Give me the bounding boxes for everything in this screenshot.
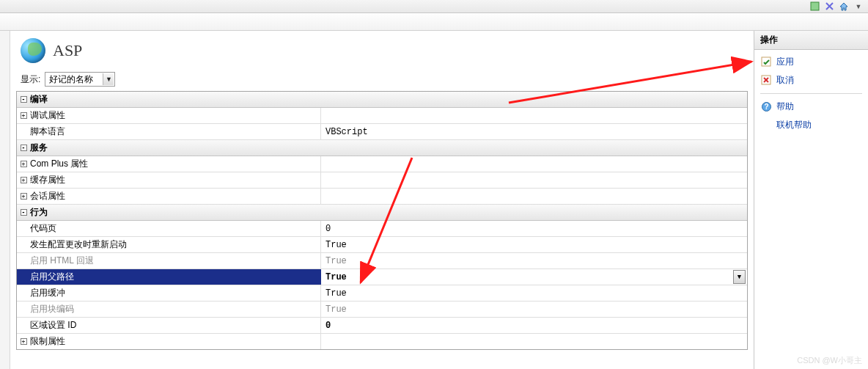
display-select[interactable]: 好记的名称 ▼ bbox=[45, 72, 115, 87]
row-cache[interactable]: + 缓存属性 bbox=[17, 172, 747, 189]
svg-text:?: ? bbox=[764, 103, 768, 111]
page-title: ASP bbox=[53, 41, 82, 60]
expand-icon[interactable]: + bbox=[21, 338, 27, 345]
collapse-icon[interactable]: - bbox=[21, 145, 27, 151]
action-online-help[interactable]: 联机帮助 bbox=[760, 117, 862, 131]
collapse-icon[interactable]: - bbox=[21, 96, 27, 103]
property-grid: - 编译 + 调试属性 脚本语言 VBScript - 服务 + Com Plu… bbox=[16, 91, 748, 350]
row-complus[interactable]: + Com Plus 属性 bbox=[17, 156, 747, 172]
asp-globe-icon bbox=[21, 38, 45, 63]
row-buffering[interactable]: 启用缓冲 True bbox=[17, 285, 747, 302]
separator bbox=[760, 93, 862, 94]
row-session[interactable]: + 会话属性 bbox=[17, 189, 747, 205]
section-behavior[interactable]: - 行为 bbox=[17, 205, 747, 221]
display-filter-row: 显示: 好记的名称 ▼ bbox=[16, 72, 748, 91]
script-language-value[interactable]: VBScript bbox=[321, 124, 747, 139]
row-codepage[interactable]: 代码页 0 bbox=[17, 221, 747, 237]
svg-marker-3 bbox=[840, 3, 847, 10]
dropdown-button[interactable]: ▼ bbox=[733, 270, 746, 284]
row-parent-paths[interactable]: 启用父路径 True ▼ bbox=[17, 269, 747, 285]
left-sliver bbox=[0, 31, 10, 369]
row-html-fallback[interactable]: 启用 HTML 回退 True bbox=[17, 253, 747, 269]
expand-icon[interactable]: + bbox=[21, 193, 27, 200]
action-help[interactable]: ? 帮助 bbox=[760, 99, 862, 114]
svg-rect-8 bbox=[762, 57, 770, 66]
chevron-down-icon[interactable]: ▼ bbox=[853, 1, 864, 12]
cancel-icon bbox=[760, 75, 772, 87]
toolbar-icon-1[interactable] bbox=[809, 1, 820, 12]
help-icon: ? bbox=[760, 101, 772, 113]
expand-icon[interactable]: + bbox=[21, 177, 27, 183]
section-services[interactable]: - 服务 bbox=[17, 140, 747, 156]
restart-value[interactable]: True bbox=[321, 237, 747, 252]
window-top-strip: ▼ bbox=[0, 0, 868, 13]
action-cancel[interactable]: 取消 bbox=[760, 73, 862, 88]
address-bar-strip bbox=[0, 13, 868, 31]
home-icon[interactable] bbox=[839, 1, 849, 12]
chunked-value: True bbox=[321, 302, 747, 317]
codepage-value[interactable]: 0 bbox=[321, 221, 747, 236]
expand-icon[interactable]: + bbox=[21, 112, 27, 119]
row-restart-on-change[interactable]: 发生配置更改时重新启动 True bbox=[17, 237, 747, 253]
locale-id-value[interactable]: 0 bbox=[321, 318, 747, 333]
parent-paths-value[interactable]: True ▼ bbox=[321, 269, 747, 285]
actions-pane: 操作 应用 取消 ? 帮助 联机帮助 bbox=[754, 31, 868, 369]
display-selected-text: 好记的名称 bbox=[49, 73, 93, 86]
toolbar-icon-2[interactable] bbox=[824, 1, 834, 12]
chevron-down-icon: ▼ bbox=[103, 73, 114, 85]
expand-icon[interactable]: + bbox=[21, 161, 27, 167]
collapse-icon[interactable]: - bbox=[21, 209, 27, 216]
main-content: ASP 显示: 好记的名称 ▼ - 编译 + 调试属性 脚本语言 VBScr bbox=[10, 31, 754, 369]
buffering-value[interactable]: True bbox=[321, 285, 747, 301]
apply-icon bbox=[760, 56, 772, 68]
display-label: 显示: bbox=[21, 73, 40, 86]
action-apply[interactable]: 应用 bbox=[760, 54, 862, 70]
row-chunked[interactable]: 启用块编码 True bbox=[17, 302, 747, 318]
svg-rect-0 bbox=[811, 2, 819, 10]
row-script-language[interactable]: 脚本语言 VBScript bbox=[17, 124, 747, 140]
section-compile[interactable]: - 编译 bbox=[17, 92, 747, 108]
row-debug-props[interactable]: + 调试属性 bbox=[17, 108, 747, 124]
row-locale-id[interactable]: 区域设置 ID 0 bbox=[17, 318, 747, 334]
actions-title: 操作 bbox=[754, 31, 868, 50]
html-fallback-value: True bbox=[321, 253, 747, 268]
row-limits[interactable]: + 限制属性 bbox=[17, 334, 747, 349]
